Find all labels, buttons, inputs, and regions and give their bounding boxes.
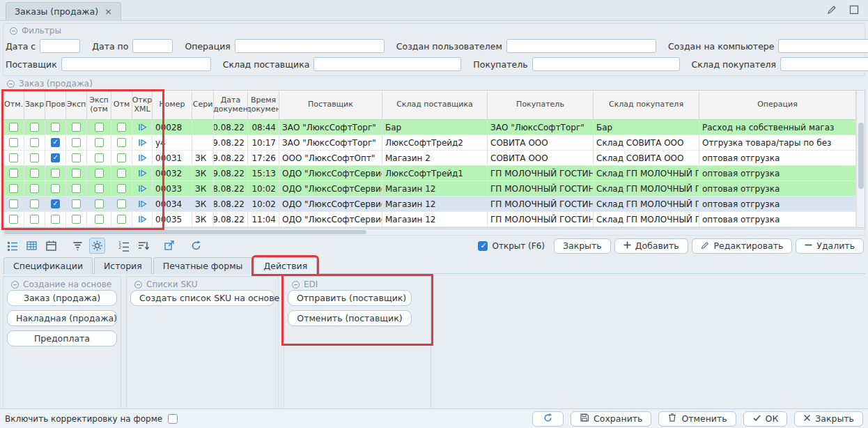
row-checkbox-otm[interactable] <box>9 123 18 132</box>
row-checkbox-otm2[interactable] <box>117 169 126 178</box>
row-checkbox-eksp[interactable] <box>72 184 81 193</box>
cancel-supplier-button[interactable]: Отменить (поставщик) <box>288 310 412 326</box>
add-order-button[interactable]: Добавить <box>614 238 688 254</box>
column-header-xml[interactable]: Откр XML <box>132 91 153 119</box>
row-checkbox-zakr[interactable] <box>30 199 39 208</box>
row-checkbox-eksp[interactable] <box>72 169 81 178</box>
tab-спецификации[interactable]: Спецификации <box>3 257 93 274</box>
horizontal-scrollbar-thumb[interactable] <box>4 230 366 234</box>
close-button[interactable]: Закрыть <box>794 411 863 427</box>
collapse-orders-icon[interactable] <box>7 80 15 88</box>
order-row[interactable]: 00034ЗК08.08.2210:02ОДО "ЛюксСофтСервис"… <box>3 197 865 212</box>
close-order-button[interactable]: Закрыть <box>554 238 611 254</box>
horizontal-scrollbar[interactable] <box>3 229 865 236</box>
row-checkbox-eksp_otm[interactable] <box>95 138 104 147</box>
open-xml-icon[interactable] <box>137 137 148 148</box>
send-supplier-button[interactable]: Отправить (поставщик) <box>288 290 412 306</box>
tab-действия[interactable]: Действия <box>254 257 317 274</box>
cancel-button[interactable]: Отменить <box>658 411 736 427</box>
row-checkbox-prov[interactable] <box>51 138 60 147</box>
filter-input-created-on-computer[interactable] <box>778 39 868 53</box>
row-checkbox-otm2[interactable] <box>117 215 126 224</box>
row-checkbox-eksp_otm[interactable] <box>95 184 104 193</box>
settings-gear-icon[interactable] <box>89 238 105 254</box>
open-external-icon[interactable] <box>162 238 178 254</box>
row-checkbox-otm2[interactable] <box>117 199 126 208</box>
row-checkbox-eksp[interactable] <box>72 153 81 162</box>
row-checkbox-eksp[interactable] <box>72 199 81 208</box>
collapse-icon[interactable] <box>11 281 19 289</box>
tab-orders-sale[interactable]: Заказы (продажа) × <box>6 2 121 20</box>
row-checkbox-otm[interactable] <box>9 199 18 208</box>
filter-input-date-to[interactable] <box>132 39 173 53</box>
order-row[interactable]: у409.08.2210:17ЗАО "ЛюксСофтТорг"ЛюксСоф… <box>3 135 865 151</box>
open-xml-icon[interactable] <box>137 214 148 224</box>
collapse-filters-icon[interactable] <box>10 27 17 35</box>
column-header-eksp_otm[interactable]: Эксп (отм <box>87 91 111 119</box>
open-f6-checkbox-box[interactable] <box>478 241 488 251</box>
open-xml-icon[interactable] <box>137 199 148 209</box>
correction-checkbox[interactable] <box>168 414 178 424</box>
row-checkbox-eksp_otm[interactable] <box>95 169 104 178</box>
order-row[interactable]: 00035ЗК09.08.2211:04ОДО "ЛюксСофтСервис"… <box>3 212 865 227</box>
filter-input-buyer-warehouse[interactable] <box>780 57 868 71</box>
filter-input-operation[interactable] <box>235 39 385 53</box>
row-checkbox-zakr[interactable] <box>30 138 39 147</box>
column-header-series[interactable]: Сери <box>192 91 214 119</box>
invoice-sale-button[interactable]: Накладная (продажа) <box>7 310 117 326</box>
row-checkbox-eksp_otm[interactable] <box>95 123 104 132</box>
order-sale-button[interactable]: Заказ (продажа) <box>7 290 117 306</box>
column-header-date[interactable]: Дата докумен <box>214 91 248 119</box>
refresh-layout-icon[interactable] <box>188 238 204 254</box>
row-checkbox-otm[interactable] <box>9 184 18 193</box>
filter-icon[interactable] <box>70 238 86 254</box>
column-header-prov[interactable]: Пров <box>45 91 66 119</box>
row-checkbox-eksp_otm[interactable] <box>95 215 104 224</box>
row-checkbox-otm[interactable] <box>9 153 18 162</box>
tab-история[interactable]: История <box>94 257 152 274</box>
column-header-otm2[interactable]: Отм <box>111 91 132 119</box>
row-checkbox-otm2[interactable] <box>117 123 126 132</box>
ok-button[interactable]: ОК <box>743 411 788 427</box>
column-header-zakr[interactable]: Закр <box>24 91 45 119</box>
row-checkbox-eksp_otm[interactable] <box>95 153 104 162</box>
order-row[interactable]: 00032ЗК09.08.2215:13ОДО "ЛюксСофтСервис"… <box>3 166 865 181</box>
row-checkbox-prov[interactable] <box>51 199 60 208</box>
save-button[interactable]: Сохранить <box>571 411 651 427</box>
open-xml-icon[interactable] <box>137 168 148 178</box>
column-header-supplier[interactable]: Поставщик <box>279 91 382 119</box>
vertical-scrollbar[interactable] <box>856 91 865 227</box>
column-header-otm[interactable]: Отм. <box>3 91 24 119</box>
filter-input-buyer[interactable] <box>532 57 680 71</box>
row-checkbox-eksp[interactable] <box>72 215 81 224</box>
row-checkbox-eksp_otm[interactable] <box>95 199 104 208</box>
column-header-number[interactable]: Номер <box>153 91 192 119</box>
row-checkbox-zakr[interactable] <box>30 169 39 178</box>
column-header-operation[interactable]: Операция <box>699 91 856 119</box>
tab-close-icon[interactable]: × <box>104 7 112 16</box>
column-header-eksp[interactable]: Эксп <box>66 91 87 119</box>
column-header-buyer_wh[interactable]: Склад покупателя <box>594 91 699 119</box>
filter-input-created-by-user[interactable] <box>506 39 656 53</box>
row-checkbox-zakr[interactable] <box>30 184 39 193</box>
row-checkbox-otm[interactable] <box>9 169 18 178</box>
row-checkbox-prov[interactable] <box>51 153 60 162</box>
row-checkbox-otm2[interactable] <box>117 153 126 162</box>
row-checkbox-prov[interactable] <box>51 123 60 132</box>
order-row[interactable]: 0002810.08.2208:44ЗАО "ЛюксСофтТорг"БарЗ… <box>3 120 865 135</box>
column-header-time[interactable]: Время докумен <box>248 91 279 119</box>
order-row[interactable]: 00031ЗК09.08.2217:26ООО "ЛюксСофтОпт"Маг… <box>3 151 865 166</box>
row-checkbox-otm[interactable] <box>9 215 18 224</box>
column-header-supplier_wh[interactable]: Склад поставщика <box>382 91 488 119</box>
refresh-button[interactable] <box>532 411 564 427</box>
collapse-icon[interactable] <box>134 281 142 289</box>
row-checkbox-prov[interactable] <box>51 215 60 224</box>
column-header-buyer[interactable]: Покупатель <box>488 91 594 119</box>
row-checkbox-otm2[interactable] <box>117 138 126 147</box>
row-checkbox-zakr[interactable] <box>30 153 39 162</box>
maximize-icon[interactable] <box>848 4 860 15</box>
row-checkbox-eksp[interactable] <box>72 138 81 147</box>
open-xml-icon[interactable] <box>137 153 148 163</box>
edit-order-button[interactable]: Редактировать <box>692 238 793 254</box>
prepayment-button[interactable]: Предоплата <box>7 330 117 346</box>
